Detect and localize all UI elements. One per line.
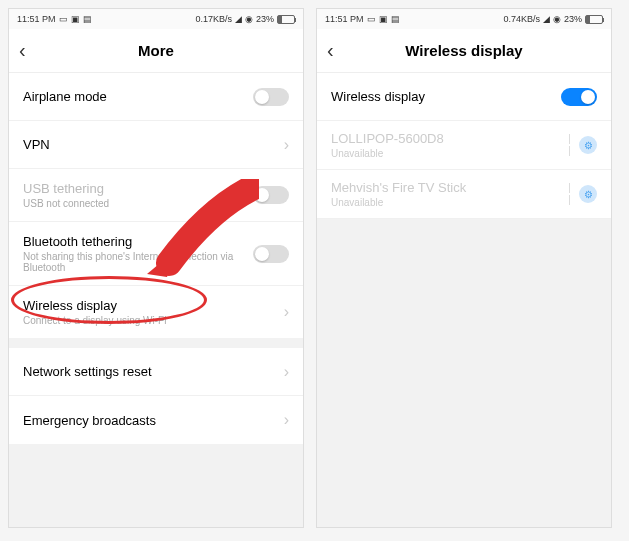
row-label: VPN [23,137,284,152]
row-usb-tethering: USB tethering USB not connected [9,169,303,222]
device-status: Unavailable [331,197,569,208]
header: ‹ More [9,29,303,73]
device-settings-icon[interactable]: ⚙ [579,185,597,203]
row-sublabel: Not sharing this phone's Internet connec… [23,251,253,273]
status-bar: 11:51 PM ▭ ▣ ▤ 0.17KB/s ◢ ◉ 23% [9,9,303,29]
page-title: More [9,42,303,59]
settings-list-2: Network settings reset › Emergency broad… [9,348,303,444]
row-sublabel: Connect to a display using Wi-Fi [23,315,284,326]
row-network-settings-reset[interactable]: Network settings reset › [9,348,303,396]
row-label: Emergency broadcasts [23,413,284,428]
wifi-icon: ◉ [245,14,253,24]
divider-icon [569,183,571,205]
phone-right-wireless-display: 11:51 PM ▭ ▣ ▤ 0.74KB/s ◢ ◉ 23% ‹ Wirele… [316,8,612,528]
wifi-icon: ◉ [553,14,561,24]
chevron-right-icon: › [284,303,289,321]
chevron-right-icon: › [284,136,289,154]
row-label: Airplane mode [23,89,253,104]
divider-icon [569,134,571,156]
device-status: Unavailable [331,148,569,159]
row-label: USB tethering [23,181,253,196]
youtube-icon: ▭ [367,14,376,24]
net-speed: 0.74KB/s [503,14,540,24]
row-airplane-mode[interactable]: Airplane mode [9,73,303,121]
row-wireless-display-toggle[interactable]: Wireless display [317,73,611,121]
chevron-right-icon: › [284,363,289,381]
battery-icon [277,15,295,24]
battery-pct: 23% [564,14,582,24]
net-speed: 0.17KB/s [195,14,232,24]
youtube-icon: ▭ [59,14,68,24]
signal-icon: ◢ [235,14,242,24]
device-name: LOLLIPOP-5600D8 [331,131,569,146]
row-wireless-display[interactable]: Wireless display Connect to a display us… [9,286,303,338]
status-time: 11:51 PM [17,14,56,24]
row-label: Wireless display [23,298,284,313]
battery-pct: 23% [256,14,274,24]
device-settings-icon[interactable]: ⚙ [579,136,597,154]
notification-icon: ▣ [71,14,80,24]
battery-icon [585,15,603,24]
section-spacer [9,338,303,348]
bluetooth-tethering-toggle[interactable] [253,245,289,263]
wireless-display-toggle[interactable] [561,88,597,106]
notification-icon: ▣ [379,14,388,24]
row-sublabel: USB not connected [23,198,253,209]
device-row[interactable]: Mehvish's Fire TV Stick Unavailable ⚙ [317,170,611,219]
phone-left-more-settings: 11:51 PM ▭ ▣ ▤ 0.17KB/s ◢ ◉ 23% ‹ More A… [8,8,304,528]
header: ‹ Wireless display [317,29,611,73]
airplane-toggle[interactable] [253,88,289,106]
chat-icon: ▤ [83,14,92,24]
row-vpn[interactable]: VPN › [9,121,303,169]
chevron-right-icon: › [284,411,289,429]
device-row[interactable]: LOLLIPOP-5600D8 Unavailable ⚙ [317,121,611,170]
signal-icon: ◢ [543,14,550,24]
status-time: 11:51 PM [325,14,364,24]
chat-icon: ▤ [391,14,400,24]
row-emergency-broadcasts[interactable]: Emergency broadcasts › [9,396,303,444]
row-label: Bluetooth tethering [23,234,253,249]
usb-tethering-toggle [253,186,289,204]
page-title: Wireless display [317,42,611,59]
device-name: Mehvish's Fire TV Stick [331,180,569,195]
row-bluetooth-tethering[interactable]: Bluetooth tethering Not sharing this pho… [9,222,303,286]
row-label: Wireless display [331,89,561,104]
status-bar: 11:51 PM ▭ ▣ ▤ 0.74KB/s ◢ ◉ 23% [317,9,611,29]
settings-list: Airplane mode VPN › USB tethering USB no… [9,73,303,338]
row-label: Network settings reset [23,364,284,379]
wireless-display-list: Wireless display LOLLIPOP-5600D8 Unavail… [317,73,611,219]
back-button[interactable]: ‹ [19,39,43,62]
back-button[interactable]: ‹ [327,39,351,62]
